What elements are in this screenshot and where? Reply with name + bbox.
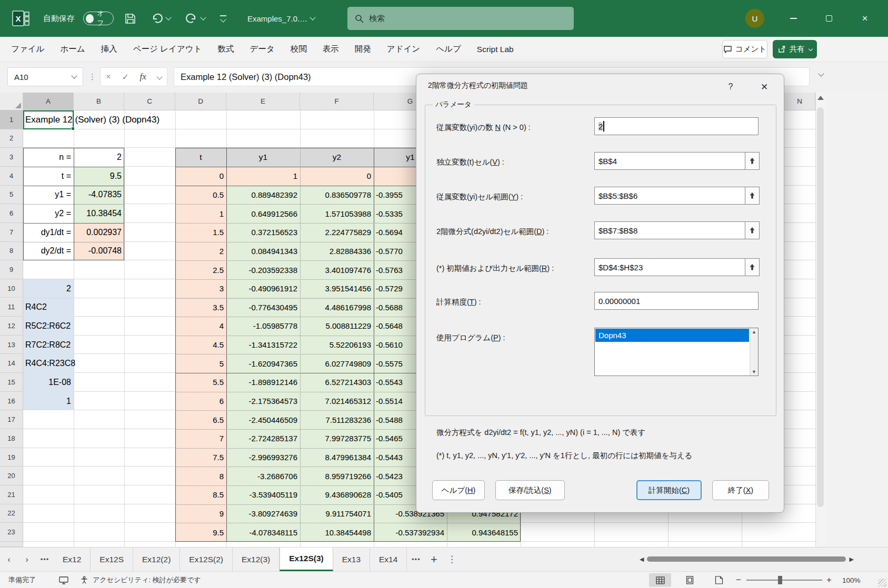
cell-A12[interactable]: R5C2:R6C2: [23, 317, 74, 336]
sheet-tab-ex13[interactable]: Ex13: [333, 548, 370, 571]
cell-F4[interactable]: 0: [300, 167, 374, 186]
tabs-scroll-right-icon[interactable]: ›: [18, 548, 36, 571]
excel-app-icon[interactable]: X: [12, 0, 31, 37]
fx-dropdown-icon[interactable]: [156, 74, 162, 79]
t-cell-picker-button[interactable]: [745, 152, 760, 170]
cell-E16[interactable]: -2.175364573: [226, 392, 300, 411]
cell-E8[interactable]: 0.084941343: [226, 242, 300, 261]
search-input[interactable]: 検索: [347, 7, 574, 30]
cell-D13[interactable]: 4.5: [175, 336, 226, 354]
row-header-4[interactable]: 4: [0, 167, 23, 186]
row-header-12[interactable]: 12: [0, 317, 23, 336]
cell-E12[interactable]: -1.05985778: [226, 317, 300, 336]
hscroll-thumb[interactable]: [647, 556, 846, 562]
cell-F17[interactable]: 7.511283236: [300, 410, 374, 429]
exit-button[interactable]: 終了(X): [712, 480, 769, 500]
view-page-break-button[interactable]: [708, 573, 730, 587]
cell-E3[interactable]: y1: [226, 148, 300, 167]
ribbon-tab-9[interactable]: アドイン: [379, 37, 428, 62]
expand-formula-bar-icon[interactable]: [818, 70, 824, 76]
ribbon-tab-0[interactable]: ファイル: [3, 37, 52, 62]
column-header-F[interactable]: F: [300, 93, 374, 110]
cell-A15[interactable]: 1E-08: [23, 373, 74, 392]
d2-range-input[interactable]: $B$7:$B$8: [594, 221, 745, 239]
cell-E14[interactable]: -1.620947365: [226, 354, 300, 373]
program-listbox-selected[interactable]: Dopn43: [595, 329, 749, 342]
sheet-tab-ex14[interactable]: Ex14: [370, 548, 407, 571]
ribbon-tab-4[interactable]: 数式: [210, 37, 242, 62]
cell-F13[interactable]: 5.52206193: [300, 336, 374, 354]
column-header-C[interactable]: C: [124, 93, 175, 110]
cell-A6[interactable]: y2 =: [23, 204, 74, 223]
confirm-entry-icon[interactable]: ✓: [122, 72, 128, 82]
tabs-scroll-left-icon[interactable]: ‹: [0, 548, 18, 571]
workbook-title[interactable]: Examples_7.0.…: [247, 0, 315, 37]
output-range-picker-button[interactable]: [745, 258, 760, 276]
cell-D18[interactable]: 7: [175, 429, 226, 448]
cell-A8[interactable]: dy2/dt =: [23, 242, 74, 261]
cancel-entry-icon[interactable]: ×: [106, 72, 111, 82]
cell-H23[interactable]: 0.943648155: [447, 523, 521, 542]
sheet-tab-ex12s-2-[interactable]: Ex12S(2): [180, 548, 233, 571]
sheet-tab-ex12-2-[interactable]: Ex12(2): [133, 548, 180, 571]
ribbon-tab-6[interactable]: 校閲: [283, 37, 315, 62]
cell-B3[interactable]: 2: [74, 148, 124, 167]
row-header-14[interactable]: 14: [0, 354, 23, 373]
cell-D17[interactable]: 6.5: [175, 410, 226, 429]
start-calculation-button[interactable]: 計算開始(C): [636, 480, 702, 500]
cell-F5[interactable]: 0.836509778: [300, 186, 374, 205]
cell-D9[interactable]: 2.5: [175, 260, 226, 279]
column-header-D[interactable]: D: [175, 93, 226, 110]
cell-E18[interactable]: -2.724285137: [226, 429, 300, 448]
save-button[interactable]: [124, 0, 136, 37]
sheet-tab-ex12[interactable]: Ex12: [54, 548, 91, 571]
cell-F14[interactable]: 6.027749809: [300, 354, 374, 373]
cell-E11[interactable]: -0.776430495: [226, 298, 300, 317]
tabs-more-left-icon[interactable]: •••: [36, 548, 54, 571]
save-load-button[interactable]: 保存/読込(S): [495, 480, 565, 500]
sheet-tab-ex12s[interactable]: Ex12S: [91, 548, 133, 571]
row-header-19[interactable]: 19: [0, 448, 23, 467]
cell-G23[interactable]: -0.537392934: [374, 523, 447, 542]
cell-D21[interactable]: 8.5: [175, 485, 226, 504]
avatar[interactable]: U: [745, 9, 764, 28]
column-header-N[interactable]: N: [784, 93, 815, 110]
row-header-17[interactable]: 17: [0, 410, 23, 429]
cell-D22[interactable]: 9: [175, 504, 226, 523]
cell-A13[interactable]: R7C2:R8C2: [23, 336, 74, 354]
zoom-slider-track[interactable]: [746, 580, 822, 581]
share-button[interactable]: 共有: [773, 40, 817, 58]
row-header-9[interactable]: 9: [0, 260, 23, 279]
cell-D15[interactable]: 5.5: [175, 373, 226, 392]
cell-A4[interactable]: t =: [23, 167, 74, 186]
cell-B7[interactable]: 0.002937: [74, 223, 124, 242]
zoom-out-button[interactable]: −: [736, 572, 741, 588]
redo-button[interactable]: [185, 0, 205, 37]
row-header-21[interactable]: 21: [0, 485, 23, 504]
new-sheet-button[interactable]: +: [425, 548, 443, 571]
row-header-23[interactable]: 23: [0, 523, 23, 542]
maximize-button[interactable]: [817, 0, 841, 37]
cell-B8[interactable]: -0.00748: [74, 242, 124, 261]
cell-E23[interactable]: -4.078348115: [226, 523, 300, 542]
cell-A5[interactable]: y1 =: [23, 186, 74, 205]
y-range-input[interactable]: $B$5:$B$6: [594, 187, 745, 205]
cell-D3[interactable]: t: [175, 148, 226, 167]
vscroll-thumb[interactable]: [817, 107, 824, 507]
cell-E22[interactable]: -3.809274639: [226, 504, 300, 523]
cell-F12[interactable]: 5.008811229: [300, 317, 374, 336]
cell-E19[interactable]: -2.996993276: [226, 448, 300, 467]
y-range-picker-button[interactable]: [745, 187, 760, 205]
ribbon-tab-3[interactable]: ページ レイアウト: [125, 37, 210, 62]
cell-A1[interactable]: Example 12 (Solver) (3) (Dopn43): [25, 110, 352, 129]
autosave-toggle[interactable]: オフ: [83, 0, 114, 37]
cell-D16[interactable]: 6: [175, 392, 226, 411]
close-button[interactable]: ×: [853, 0, 877, 37]
row-header-24[interactable]: [0, 542, 23, 547]
tabs-more-right-icon[interactable]: •••: [407, 548, 425, 571]
ribbon-tab-1[interactable]: ホーム: [52, 37, 93, 62]
cell-F15[interactable]: 6.527214303: [300, 373, 374, 392]
view-page-layout-button[interactable]: [679, 573, 701, 587]
cell-E4[interactable]: 1: [226, 167, 300, 186]
column-header-E[interactable]: E: [226, 93, 300, 110]
